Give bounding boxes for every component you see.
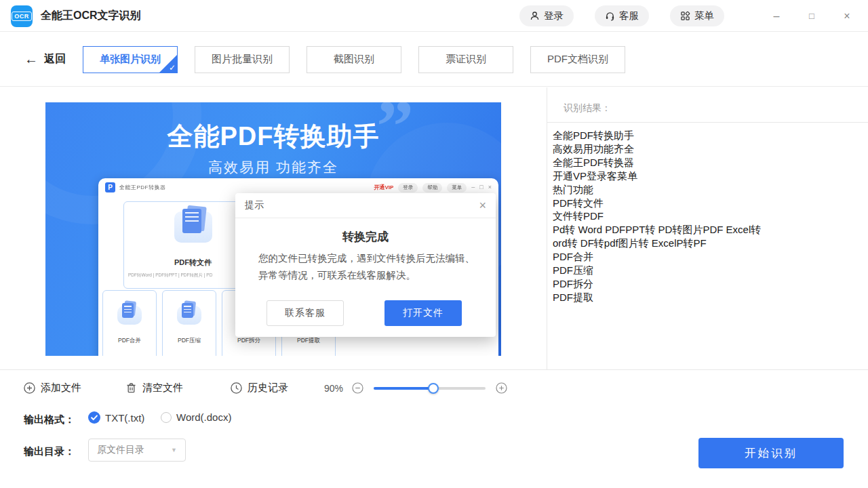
inner-dialog-title: 提示 bbox=[245, 199, 264, 211]
tab-label: PDF文档识别 bbox=[547, 53, 608, 66]
radio-word-label: Word(.docx) bbox=[176, 411, 231, 423]
results-divider bbox=[547, 122, 868, 123]
inner-card-pdf-merge: PDF合并 bbox=[102, 290, 157, 356]
results-text-area[interactable]: 全能PDF转换助手 高效易用功能齐全 全能王PDF转换器 开通VP登录客菜单 热… bbox=[553, 129, 861, 367]
result-line: 全能王PDF转换器 bbox=[553, 156, 861, 169]
clear-files-label: 清空文件 bbox=[142, 382, 183, 394]
radio-unchecked-icon bbox=[161, 412, 172, 423]
login-label: 登录 bbox=[544, 9, 564, 22]
radio-txt-label: TXT(.txt) bbox=[105, 412, 144, 424]
titlebar: OCR 全能王OCR文字识别 登录 客服 bbox=[0, 0, 868, 32]
output-format-label: 输出格式： bbox=[24, 413, 75, 426]
zoom-out-icon[interactable] bbox=[352, 382, 363, 394]
inner-dialog-header: 提示 × bbox=[235, 193, 496, 218]
zoom-control: 90% bbox=[324, 370, 507, 406]
login-button[interactable]: 登录 bbox=[519, 5, 574, 26]
tab-label: 单张图片识别 bbox=[100, 53, 161, 66]
banner-title: 全能PDF转换助手 bbox=[45, 119, 501, 154]
pdf-merge-icon bbox=[117, 306, 142, 325]
result-line: PDF压缩 bbox=[553, 264, 861, 277]
history-label: 历史记录 bbox=[248, 382, 288, 394]
inner-app-title: 全能王PDF转换器 bbox=[119, 184, 166, 191]
grid-menu-icon bbox=[680, 11, 690, 21]
radio-txt-format[interactable]: TXT(.txt) bbox=[88, 411, 144, 424]
titlebar-actions: 登录 客服 菜单 – bbox=[498, 0, 868, 32]
inner-titlebar-actions: 开通VIP 登录 帮助 菜单 – □ × bbox=[374, 183, 492, 192]
zoom-slider-track[interactable] bbox=[374, 387, 486, 390]
person-icon bbox=[530, 11, 540, 21]
history-clock-icon bbox=[231, 382, 242, 394]
inner-maximize-icon: □ bbox=[479, 184, 483, 190]
tab-single-image-recognition[interactable]: 单张图片识别 ✓ bbox=[83, 46, 178, 73]
zoom-slider-handle[interactable] bbox=[428, 383, 439, 394]
result-line: 全能PDF转换助手 bbox=[553, 129, 861, 142]
minimize-button[interactable]: – bbox=[770, 11, 783, 22]
customer-service-label: 客服 bbox=[619, 9, 639, 22]
tab-label: 截图识别 bbox=[334, 53, 374, 66]
close-button[interactable]: × bbox=[841, 11, 853, 22]
inner-contact-service-button: 联系客服 bbox=[267, 300, 344, 326]
output-dir-value: 原文件目录 bbox=[97, 444, 144, 456]
result-line: 文件转PDF bbox=[553, 209, 861, 223]
output-dir-label: 输出目录： bbox=[24, 445, 75, 458]
inner-help-label: 帮助 bbox=[422, 183, 442, 192]
caret-down-icon: ▼ bbox=[171, 447, 177, 453]
tabbar: ← 返回 单张图片识别 ✓ 图片批量识别 截图识别 票证识别 PDF文档识别 bbox=[0, 33, 868, 87]
inner-dialog-close-icon: × bbox=[479, 199, 486, 211]
zoom-percentage: 90% bbox=[324, 383, 343, 394]
add-circle-icon bbox=[24, 382, 35, 394]
bottom-toolbar: 添加文件 清空文件 历史记录 90% bbox=[0, 369, 868, 405]
pdf-document-icon bbox=[174, 211, 212, 243]
tab-ticket-recognition[interactable]: 票证识别 bbox=[418, 46, 513, 73]
inner-app-logo-icon: P bbox=[105, 182, 115, 192]
result-line: PDF合并 bbox=[553, 250, 861, 264]
headset-icon bbox=[605, 11, 615, 21]
inner-dialog: 提示 × 转换完成 您的文件已转换完成，遇到文件转换后无法编辑、异常等情况，可联… bbox=[235, 193, 496, 337]
add-file-label: 添加文件 bbox=[41, 382, 81, 394]
history-button[interactable]: 历史记录 bbox=[231, 370, 288, 406]
app-title: 全能王OCR文字识别 bbox=[41, 0, 141, 32]
clear-files-button[interactable]: 清空文件 bbox=[125, 370, 183, 406]
tab-screenshot-recognition[interactable]: 截图识别 bbox=[307, 46, 401, 73]
customer-service-button[interactable]: 客服 bbox=[595, 5, 649, 26]
inner-minimize-icon: – bbox=[471, 184, 475, 190]
result-line: Pd转 Word PDFPPT转 PD转图片PDF Excel转 bbox=[553, 223, 861, 237]
inner-open-file-button: 打开文件 bbox=[384, 300, 462, 326]
radio-checked-icon bbox=[88, 411, 100, 424]
preview-image: ” 全能PDF转换助手 高效易用 功能齐全 P 全能王PDF转换器 开通VIP … bbox=[45, 102, 501, 356]
inner-dialog-heading: 转换完成 bbox=[235, 229, 496, 245]
inner-vip-label: 开通VIP bbox=[374, 184, 393, 191]
inner-login-label: 登录 bbox=[398, 183, 418, 192]
trash-icon bbox=[125, 382, 137, 394]
result-line: PDF转文件 bbox=[553, 197, 861, 210]
zoom-slider-fill bbox=[374, 387, 433, 390]
active-check-icon: ✓ bbox=[169, 63, 176, 73]
app-window: OCR 全能王OCR文字识别 登录 客服 bbox=[0, 0, 868, 488]
inner-close-icon: × bbox=[488, 184, 492, 190]
main-area: ” 全能PDF转换助手 高效易用 功能齐全 P 全能王PDF转换器 开通VIP … bbox=[0, 87, 868, 369]
menu-label: 菜单 bbox=[694, 9, 714, 22]
zoom-in-icon[interactable] bbox=[496, 382, 507, 394]
result-line: 开通VP登录客菜单 bbox=[553, 169, 861, 183]
result-line: PDF拆分 bbox=[553, 277, 861, 291]
tab-label: 票证识别 bbox=[446, 53, 486, 66]
inner-dialog-body: 您的文件已转换完成，遇到文件转换后无法编辑、异常等情况，可联系在线客服解决。 bbox=[258, 250, 477, 284]
tab-pdf-recognition[interactable]: PDF文档识别 bbox=[530, 46, 625, 73]
menu-button[interactable]: 菜单 bbox=[670, 5, 724, 26]
maximize-button[interactable]: □ bbox=[806, 12, 818, 20]
window-controls: – □ × bbox=[747, 11, 853, 22]
result-line: PDF提取 bbox=[553, 291, 861, 304]
tab-batch-image-recognition[interactable]: 图片批量识别 bbox=[195, 46, 290, 73]
results-header: 识别结果： bbox=[564, 102, 611, 115]
start-recognition-button[interactable]: 开始识别 bbox=[698, 438, 844, 468]
banner-subtitle: 高效易用 功能齐全 bbox=[45, 158, 501, 177]
result-line: 高效易用功能齐全 bbox=[553, 142, 861, 156]
radio-word-format[interactable]: Word(.docx) bbox=[161, 411, 231, 423]
inner-card-pdf-compress: PDF压缩 bbox=[162, 290, 216, 356]
result-line: 热门功能 bbox=[553, 183, 861, 197]
output-dir-select[interactable]: 原文件目录 ▼ bbox=[88, 439, 186, 462]
result-line: ord转 DF转pdf图片转 ExcelP转PF bbox=[553, 237, 861, 250]
add-file-button[interactable]: 添加文件 bbox=[24, 370, 81, 406]
back-button[interactable]: ← 返回 bbox=[24, 52, 66, 67]
pdf-compress-icon bbox=[177, 306, 201, 325]
